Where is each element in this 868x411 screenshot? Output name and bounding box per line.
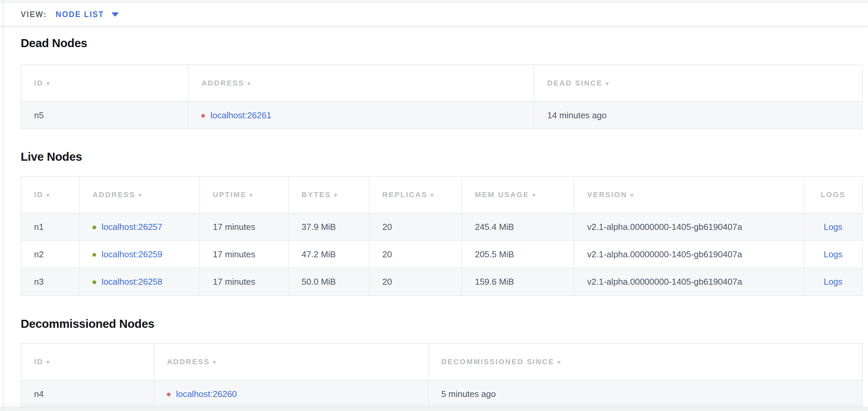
node-list-page: Dead Nodes ID▾ ADDRESS▾ DEAD SINCE▾ n5 l… bbox=[0, 36, 868, 408]
sort-arrow-icon: ▾ bbox=[250, 192, 254, 199]
bytes-cell: 47.2 MiB bbox=[288, 241, 369, 268]
dead-nodes-table: ID▾ ADDRESS▾ DEAD SINCE▾ n5 localhost:26… bbox=[21, 64, 863, 129]
sort-arrow-icon: ▾ bbox=[46, 359, 51, 365]
decom-col-id[interactable]: ID▾ bbox=[21, 344, 154, 380]
logs-cell: Logs bbox=[804, 213, 862, 241]
live-nodes-section: Live Nodes ID▾ ADDRESS▾ UPTIME▾ BYTES▾ R… bbox=[21, 149, 863, 296]
dead-since-cell: 14 minutes ago bbox=[534, 101, 862, 129]
sort-arrow-icon: ▾ bbox=[247, 80, 251, 87]
uptime-cell: 17 minutes bbox=[199, 241, 288, 268]
mem-usage-cell: 245.4 MiB bbox=[462, 213, 574, 241]
dead-nodes-section: Dead Nodes ID▾ ADDRESS▾ DEAD SINCE▾ n5 l… bbox=[21, 36, 863, 129]
live-col-bytes[interactable]: BYTES▾ bbox=[288, 176, 369, 213]
node-address-cell: localhost:26259 bbox=[80, 241, 199, 268]
node-address-cell: localhost:26257 bbox=[80, 213, 199, 241]
node-id-cell: n5 bbox=[21, 101, 188, 129]
table-row: n2 localhost:26259 17 minutes 47.2 MiB 2… bbox=[21, 241, 862, 268]
table-row: n3 localhost:26258 17 minutes 50.0 MiB 2… bbox=[21, 268, 862, 295]
logs-link[interactable]: Logs bbox=[824, 222, 842, 232]
node-address-link[interactable]: localhost:26261 bbox=[210, 110, 271, 120]
uptime-cell: 17 minutes bbox=[199, 268, 288, 295]
status-decommissioned-icon bbox=[167, 392, 170, 396]
bytes-cell: 37.9 MiB bbox=[288, 213, 369, 241]
sort-arrow-icon: ▾ bbox=[630, 192, 634, 199]
live-col-id[interactable]: ID▾ bbox=[21, 176, 80, 213]
live-col-mem-usage[interactable]: MEM USAGE▾ bbox=[462, 176, 574, 213]
decommissioned-nodes-section: Decommissioned Nodes ID▾ ADDRESS▾ DECOMM… bbox=[21, 317, 863, 408]
table-header-row: ID▾ ADDRESS▾ UPTIME▾ BYTES▾ REPLICAS▾ ME… bbox=[21, 176, 862, 213]
decom-col-address[interactable]: ADDRESS▾ bbox=[154, 344, 428, 380]
node-address-cell: localhost:26258 bbox=[80, 268, 199, 295]
decommissioned-nodes-title: Decommissioned Nodes bbox=[21, 317, 863, 331]
live-col-replicas[interactable]: REPLICAS▾ bbox=[369, 176, 462, 213]
logs-link[interactable]: Logs bbox=[824, 277, 842, 287]
live-col-uptime[interactable]: UPTIME▾ bbox=[199, 176, 288, 213]
sort-arrow-icon: ▾ bbox=[46, 192, 51, 199]
table-row: n1 localhost:26257 17 minutes 37.9 MiB 2… bbox=[21, 213, 862, 241]
node-address-cell: localhost:26261 bbox=[188, 101, 534, 129]
sort-arrow-icon: ▾ bbox=[431, 192, 435, 199]
node-id-cell: n3 bbox=[21, 268, 80, 295]
live-nodes-table: ID▾ ADDRESS▾ UPTIME▾ BYTES▾ REPLICAS▾ ME… bbox=[21, 176, 863, 296]
sort-arrow-icon: ▾ bbox=[138, 192, 143, 199]
version-cell: v2.1-alpha.00000000-1405-gb6190407a bbox=[574, 241, 804, 268]
dead-col-address[interactable]: ADDRESS▾ bbox=[188, 65, 534, 101]
view-dropdown-value: NODE LIST bbox=[56, 10, 104, 19]
window-bottom-edge bbox=[0, 407, 868, 411]
version-cell: v2.1-alpha.00000000-1405-gb6190407a bbox=[574, 213, 804, 241]
node-address-link[interactable]: localhost:26258 bbox=[101, 277, 162, 287]
status-dead-icon bbox=[201, 114, 205, 118]
dead-col-id[interactable]: ID▾ bbox=[21, 65, 188, 101]
sort-arrow-icon: ▾ bbox=[46, 80, 51, 87]
chevron-down-icon bbox=[112, 12, 119, 17]
mem-usage-cell: 205.5 MiB bbox=[462, 241, 574, 268]
status-live-icon bbox=[92, 280, 96, 284]
live-col-logs: LOGS bbox=[804, 176, 862, 213]
logs-link[interactable]: Logs bbox=[824, 249, 842, 259]
live-col-address[interactable]: ADDRESS▾ bbox=[80, 176, 199, 213]
sort-arrow-icon: ▾ bbox=[213, 359, 217, 365]
node-id-cell: n4 bbox=[21, 380, 154, 408]
decom-col-since[interactable]: DECOMMISSIONED SINCE▾ bbox=[428, 344, 862, 380]
replicas-cell: 20 bbox=[369, 213, 462, 241]
version-cell: v2.1-alpha.00000000-1405-gb6190407a bbox=[574, 268, 804, 295]
mem-usage-cell: 159.6 MiB bbox=[462, 268, 574, 295]
live-col-version[interactable]: VERSION▾ bbox=[574, 176, 804, 213]
dead-col-dead-since[interactable]: DEAD SINCE▾ bbox=[534, 65, 862, 101]
node-address-cell: localhost:26260 bbox=[154, 380, 428, 408]
node-address-link[interactable]: localhost:26259 bbox=[101, 249, 162, 259]
sort-arrow-icon: ▾ bbox=[557, 359, 561, 365]
replicas-cell: 20 bbox=[369, 241, 462, 268]
uptime-cell: 17 minutes bbox=[199, 213, 288, 241]
bytes-cell: 50.0 MiB bbox=[288, 268, 369, 295]
node-id-cell: n2 bbox=[21, 241, 80, 268]
status-live-icon bbox=[92, 226, 96, 229]
replicas-cell: 20 bbox=[369, 268, 462, 295]
dead-nodes-title: Dead Nodes bbox=[21, 36, 863, 51]
view-label: VIEW: bbox=[21, 10, 47, 19]
node-address-link[interactable]: localhost:26260 bbox=[176, 389, 237, 399]
logs-cell: Logs bbox=[804, 268, 862, 295]
sort-arrow-icon: ▾ bbox=[532, 192, 536, 199]
view-dropdown[interactable]: NODE LIST bbox=[56, 10, 119, 19]
window-top-edge bbox=[0, 0, 868, 3]
node-id-cell: n1 bbox=[21, 213, 80, 241]
table-header-row: ID▾ ADDRESS▾ DECOMMISSIONED SINCE▾ bbox=[21, 344, 862, 380]
table-header-row: ID▾ ADDRESS▾ DEAD SINCE▾ bbox=[21, 65, 862, 101]
decommissioned-nodes-table: ID▾ ADDRESS▾ DECOMMISSIONED SINCE▾ n4 lo… bbox=[21, 343, 863, 408]
sort-arrow-icon: ▾ bbox=[334, 192, 338, 199]
table-row: n5 localhost:26261 14 minutes ago bbox=[21, 101, 862, 129]
live-nodes-title: Live Nodes bbox=[21, 149, 863, 164]
node-address-link[interactable]: localhost:26257 bbox=[101, 222, 162, 232]
logs-cell: Logs bbox=[804, 241, 862, 268]
status-live-icon bbox=[92, 253, 96, 257]
decommissioned-since-cell: 5 minutes ago bbox=[428, 380, 862, 408]
window-left-edge bbox=[3, 0, 3, 411]
view-bar: VIEW: NODE LIST bbox=[0, 3, 868, 26]
sort-arrow-icon: ▾ bbox=[606, 80, 610, 87]
table-row: n4 localhost:26260 5 minutes ago bbox=[21, 380, 862, 408]
